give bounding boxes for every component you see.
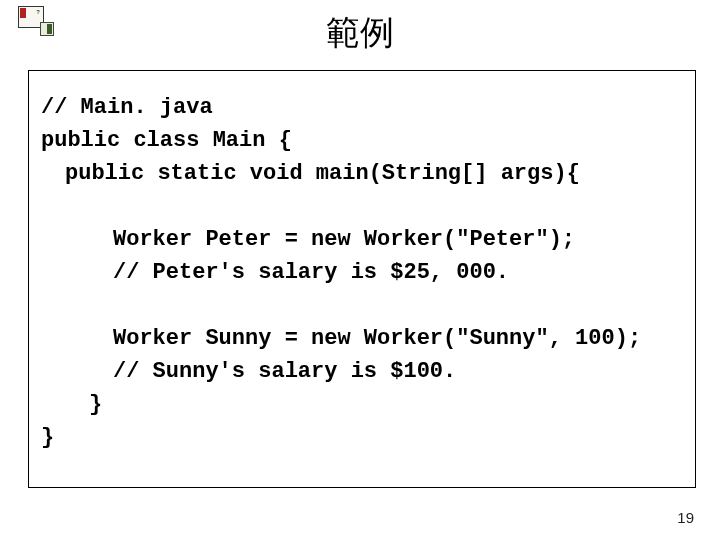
code-comment-peter: // Peter's salary is $25, 000. <box>41 256 683 289</box>
code-worker-peter: Worker Peter = new Worker("Peter"); <box>41 223 683 256</box>
page-number: 19 <box>677 509 694 526</box>
slide-title: 範例 <box>0 10 720 56</box>
code-worker-sunny: Worker Sunny = new Worker("Sunny", 100); <box>41 322 683 355</box>
code-main-decl: public static void main(String[] args){ <box>41 157 683 190</box>
blank-line <box>41 190 683 223</box>
code-class-decl: public class Main { <box>41 124 683 157</box>
code-close-class: } <box>41 421 683 454</box>
code-comment-file: // Main. java <box>41 91 683 124</box>
code-close-main: } <box>41 388 683 421</box>
code-comment-sunny: // Sunny's salary is $100. <box>41 355 683 388</box>
blank-line <box>41 289 683 322</box>
code-container: // Main. java public class Main { public… <box>28 70 696 488</box>
